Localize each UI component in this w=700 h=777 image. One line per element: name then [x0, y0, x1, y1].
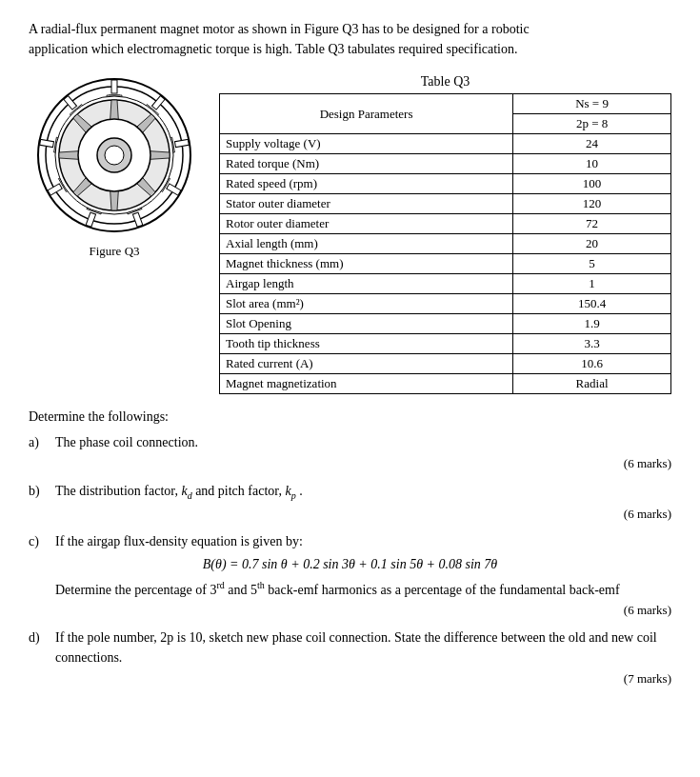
param-cell: Stator outer diameter [220, 194, 513, 214]
question-a: a) The phase coil connection. (6 marks) [29, 432, 671, 471]
q-d-text: If the pole number, 2p is 10, sketch new… [55, 628, 671, 667]
equation-block: B(θ) = 0.7 sin θ + 0.2 sin 3θ + 0.1 sin … [29, 557, 671, 572]
value-cell: 100 [513, 174, 671, 194]
param-cell: Rated torque (Nm) [220, 154, 513, 174]
q-c-followup: Determine the percentage of 3rd and 5th … [55, 578, 671, 600]
svg-rect-5 [167, 184, 181, 195]
svg-rect-9 [40, 139, 54, 147]
table-row: Magnet magnetizationRadial [220, 374, 671, 394]
table-title: Table Q3 [219, 74, 671, 90]
table-row: Slot Opening1.9 [220, 314, 671, 334]
value-cell: 120 [513, 194, 671, 214]
intro-line2: application which electromagnetic torque… [29, 42, 517, 56]
q-b-label: b) [29, 481, 48, 503]
table-row: Rated speed (rpm)100 [220, 174, 671, 194]
question-c: c) If the airgap flux-density equation i… [29, 531, 671, 619]
header-ns: Ns = 9 [513, 94, 671, 114]
table-row: Rotor outer diameter72 [220, 214, 671, 234]
intro-line1: A radial-flux permanent magnet motor as … [29, 22, 530, 36]
table-row: Supply voltage (V)24 [220, 134, 671, 154]
header-2p: 2p = 8 [513, 114, 671, 134]
q-b-text: The distribution factor, kd and pitch fa… [55, 481, 303, 503]
value-cell: 1 [513, 274, 671, 294]
motor-diagram [33, 74, 195, 236]
q-b-marks: (6 marks) [29, 507, 671, 522]
value-cell: 24 [513, 134, 671, 154]
intro-text: A radial-flux permanent magnet motor as … [29, 19, 671, 59]
table-row: Rated torque (Nm)10 [220, 154, 671, 174]
questions-section: Determine the followings: a) The phase c… [29, 409, 671, 687]
value-cell: 1.9 [513, 314, 671, 334]
param-cell: Magnet thickness (mm) [220, 254, 513, 274]
svg-rect-2 [111, 80, 117, 93]
value-cell: 150.4 [513, 294, 671, 314]
table-area: Table Q3 Design Parameters Ns = 9 2p = 8… [219, 74, 671, 394]
param-cell: Rotor outer diameter [220, 214, 513, 234]
value-cell: 10.6 [513, 354, 671, 374]
value-cell: 72 [513, 214, 671, 234]
content-area: Figure Q3 Table Q3 Design Parameters Ns … [29, 74, 671, 394]
value-cell: 20 [513, 234, 671, 254]
svg-rect-6 [132, 212, 142, 227]
svg-rect-4 [174, 139, 189, 147]
figure-label: Figure Q3 [89, 244, 139, 259]
value-cell: Radial [513, 374, 671, 394]
table-row: Airgap length1 [220, 274, 671, 294]
q-d-label: d) [29, 628, 48, 667]
param-cell: Axial length (mm) [220, 234, 513, 254]
table-row: Tooth tip thickness3.3 [220, 334, 671, 354]
svg-point-34 [105, 146, 124, 165]
value-cell: 3.3 [513, 334, 671, 354]
svg-rect-7 [86, 212, 95, 227]
svg-rect-8 [48, 184, 62, 195]
table-row: Magnet thickness (mm)5 [220, 254, 671, 274]
q-d-marks: (7 marks) [29, 671, 671, 687]
question-b: b) The distribution factor, kd and pitch… [29, 481, 671, 522]
value-cell: 5 [513, 254, 671, 274]
param-cell: Rated current (A) [220, 354, 513, 374]
q-a-marks: (6 marks) [29, 456, 671, 471]
param-cell: Slot Opening [220, 314, 513, 334]
spec-table: Design Parameters Ns = 9 2p = 8 Supply v… [219, 93, 671, 394]
q-a-label: a) [29, 432, 48, 452]
table-row: Axial length (mm)20 [220, 234, 671, 254]
param-cell: Supply voltage (V) [220, 134, 513, 154]
question-d: d) If the pole number, 2p is 10, sketch … [29, 628, 671, 687]
q-c-intro: If the airgap flux-density equation is g… [55, 531, 303, 551]
figure-area: Figure Q3 [29, 74, 200, 394]
param-cell: Slot area (mm²) [220, 294, 513, 314]
param-cell: Rated speed (rpm) [220, 174, 513, 194]
value-cell: 10 [513, 154, 671, 174]
determine-line: Determine the followings: [29, 409, 671, 425]
table-row: Stator outer diameter120 [220, 194, 671, 214]
param-cell: Airgap length [220, 274, 513, 294]
q-c-label: c) [29, 531, 48, 551]
param-cell: Magnet magnetization [220, 374, 513, 394]
header-param: Design Parameters [220, 94, 513, 134]
q-c-marks: (6 marks) [29, 603, 671, 618]
q-a-text: The phase coil connection. [55, 432, 198, 452]
table-row: Slot area (mm²)150.4 [220, 294, 671, 314]
table-row: Rated current (A)10.6 [220, 354, 671, 374]
param-cell: Tooth tip thickness [220, 334, 513, 354]
